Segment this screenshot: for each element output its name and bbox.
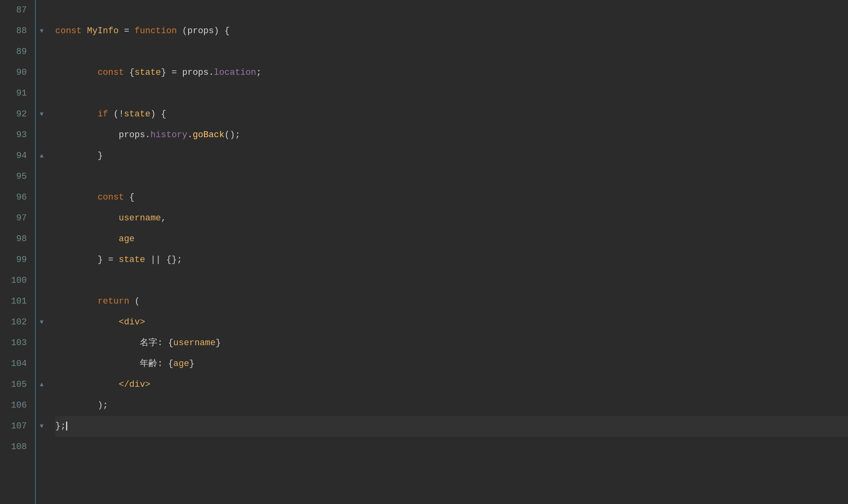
line-number: 106 bbox=[0, 395, 27, 416]
code-token bbox=[55, 192, 98, 202]
code-token: ( bbox=[177, 26, 187, 36]
gutter-cell bbox=[36, 291, 47, 312]
code-token: 名字: { bbox=[140, 338, 173, 348]
code-line: </div> bbox=[55, 374, 848, 395]
code-token: , bbox=[161, 213, 166, 223]
code-token bbox=[55, 234, 119, 244]
code-token: state bbox=[135, 68, 161, 78]
code-token: username bbox=[173, 338, 216, 348]
code-token: . bbox=[187, 130, 193, 140]
gutter-cell[interactable]: ▼ bbox=[36, 21, 47, 42]
code-token: . bbox=[145, 130, 150, 140]
gutter-cell bbox=[36, 333, 47, 354]
code-line: props.history.goBack(); bbox=[55, 125, 848, 146]
code-line: 名字: {username} bbox=[55, 333, 848, 354]
code-token: username bbox=[119, 213, 161, 223]
code-token: (! bbox=[108, 109, 124, 119]
gutter-cell[interactable]: ▼ bbox=[36, 312, 47, 333]
gutter-cell bbox=[36, 437, 47, 458]
code-token: ; bbox=[256, 68, 261, 78]
code-token: } = bbox=[98, 255, 119, 265]
code-token: state bbox=[119, 255, 145, 265]
code-token: } = bbox=[161, 68, 182, 78]
line-number: 105 bbox=[0, 374, 27, 395]
gutter-cell bbox=[36, 125, 47, 146]
code-line: username, bbox=[55, 208, 848, 229]
code-line bbox=[55, 83, 848, 104]
code-line: ); bbox=[55, 395, 848, 416]
code-token: { bbox=[124, 192, 135, 202]
gutter-cell bbox=[36, 395, 47, 416]
code-token: const bbox=[98, 68, 124, 78]
line-number: 94 bbox=[0, 146, 27, 166]
line-number: 88 bbox=[0, 21, 27, 42]
gutter-cell bbox=[36, 229, 47, 250]
line-number: 90 bbox=[0, 62, 27, 83]
code-token: } bbox=[215, 338, 221, 348]
gutter-cell bbox=[36, 208, 47, 229]
line-number: 96 bbox=[0, 187, 27, 208]
code-line: if (!state) { bbox=[55, 104, 848, 125]
code-token: age bbox=[119, 234, 135, 244]
code-token: age bbox=[173, 359, 189, 369]
code-token bbox=[55, 380, 119, 390]
code-token: } bbox=[98, 151, 103, 161]
code-editor: 8788899091929394959697989910010110210310… bbox=[0, 0, 848, 504]
code-line: const { bbox=[55, 187, 848, 208]
gutter-cell[interactable]: ▲ bbox=[36, 146, 47, 166]
code-token: ( bbox=[129, 296, 140, 306]
code-token bbox=[55, 296, 98, 306]
gutter-cell bbox=[36, 83, 47, 104]
gutter-cell bbox=[36, 250, 47, 270]
code-token bbox=[55, 130, 119, 140]
code-token: function bbox=[135, 26, 177, 36]
code-token: location bbox=[214, 68, 256, 78]
code-line: const {state} = props.location; bbox=[55, 62, 848, 83]
line-number: 87 bbox=[0, 0, 27, 21]
code-token bbox=[55, 213, 119, 223]
code-token bbox=[55, 317, 119, 327]
gutter-cell[interactable]: ▲ bbox=[36, 374, 47, 395]
code-token: if bbox=[98, 109, 108, 119]
code-token: </div> bbox=[119, 380, 150, 390]
line-number: 103 bbox=[0, 333, 27, 354]
code-line: age bbox=[55, 229, 848, 250]
code-line bbox=[55, 437, 848, 458]
line-number: 104 bbox=[0, 354, 27, 374]
line-number: 92 bbox=[0, 104, 27, 125]
line-number: 101 bbox=[0, 291, 27, 312]
code-token bbox=[55, 68, 98, 78]
code-token bbox=[55, 151, 98, 161]
line-number: 95 bbox=[0, 166, 27, 187]
line-number: 89 bbox=[0, 42, 27, 62]
code-token: } bbox=[189, 359, 194, 369]
code-line: return ( bbox=[55, 291, 848, 312]
gutter-cell bbox=[36, 270, 47, 291]
code-token: ) { bbox=[151, 109, 167, 119]
gutter-cell bbox=[36, 354, 47, 374]
gutter-cell bbox=[36, 166, 47, 187]
gutter-cell bbox=[36, 42, 47, 62]
text-cursor bbox=[66, 422, 67, 430]
line-number: 99 bbox=[0, 250, 27, 270]
gutter-cell bbox=[36, 0, 47, 21]
line-number: 98 bbox=[0, 229, 27, 250]
line-number: 93 bbox=[0, 125, 27, 146]
code-line: }; bbox=[55, 416, 848, 437]
code-token: props bbox=[119, 130, 145, 140]
gutter-column: ▼▼▲▼▲▼ bbox=[36, 0, 47, 504]
code-token: props bbox=[187, 26, 214, 36]
code-token bbox=[55, 400, 98, 410]
code-token: state bbox=[124, 109, 151, 119]
code-line: <div> bbox=[55, 312, 848, 333]
code-token: goBack bbox=[193, 130, 224, 140]
code-line bbox=[55, 166, 848, 187]
code-line: 年齢: {age} bbox=[55, 354, 848, 374]
code-line bbox=[55, 270, 848, 291]
gutter-cell[interactable]: ▼ bbox=[36, 416, 47, 437]
code-token: }; bbox=[55, 421, 66, 431]
gutter-cell bbox=[36, 187, 47, 208]
code-line: } = state || {}; bbox=[55, 250, 848, 270]
code-token bbox=[55, 338, 140, 348]
gutter-cell[interactable]: ▼ bbox=[36, 104, 47, 125]
